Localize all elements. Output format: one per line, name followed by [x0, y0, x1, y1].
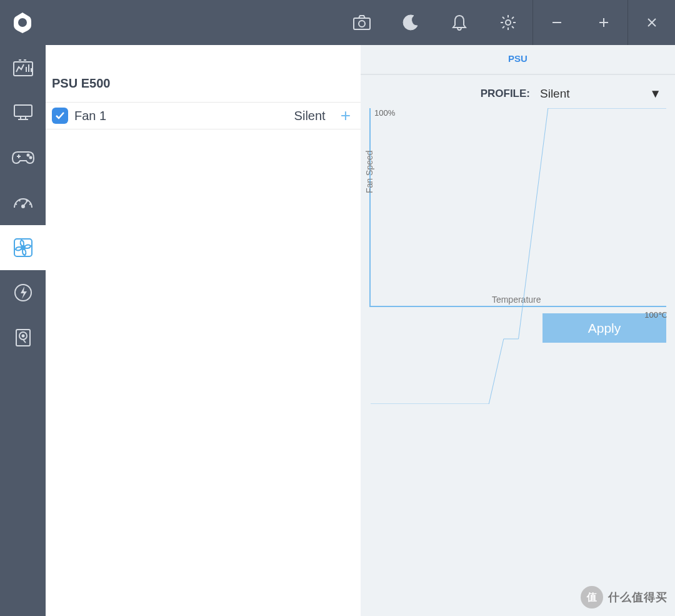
profile-selected: Silent: [540, 87, 570, 101]
window-close-button[interactable]: [628, 0, 675, 45]
settings-gear-icon[interactable]: [484, 0, 532, 45]
screenshot-icon[interactable]: [338, 0, 386, 45]
chevron-down-icon: ▼: [649, 87, 661, 101]
svg-point-0: [18, 18, 27, 27]
titlebar: [0, 0, 675, 45]
fan-row[interactable]: Fan 1 Silent +: [46, 102, 361, 129]
svg-point-2: [359, 21, 365, 27]
fan-curve-line: [371, 108, 666, 404]
bell-icon[interactable]: [435, 0, 484, 45]
window-maximize-button[interactable]: [580, 0, 628, 45]
svg-point-11: [27, 154, 29, 156]
fan-name: Fan 1: [74, 109, 294, 123]
svg-point-3: [506, 20, 511, 25]
sidebar-item-performance[interactable]: [0, 180, 46, 225]
profile-select[interactable]: Silent ▼: [535, 84, 666, 103]
profile-label: PROFILE:: [481, 88, 530, 100]
profile-panel: PSU PROFILE: Silent ▼ 100% Fan Speed Tem…: [361, 45, 675, 616]
watermark-text: 什么值得买: [608, 590, 668, 605]
sidebar-item-gaming[interactable]: [0, 135, 46, 180]
device-list-panel: PSU E500 Fan 1 Silent +: [46, 45, 361, 616]
svg-point-12: [29, 157, 31, 159]
tab-psu[interactable]: PSU: [489, 45, 546, 74]
svg-rect-10: [14, 105, 32, 116]
svg-rect-9: [14, 62, 32, 76]
dark-mode-icon[interactable]: [386, 0, 435, 45]
window-minimize-button[interactable]: [532, 0, 580, 45]
device-title: PSU E500: [46, 76, 361, 102]
fan-curve-chart[interactable]: 100% Fan Speed Temperature 100℃: [369, 108, 666, 307]
app-logo-icon: [0, 10, 45, 35]
tab-row: PSU: [361, 45, 675, 75]
svg-point-13: [22, 205, 24, 208]
fan-checkbox[interactable]: [52, 108, 68, 124]
sidebar-item-fan[interactable]: [0, 225, 46, 270]
add-fan-button[interactable]: +: [337, 106, 354, 126]
sidebar-item-power[interactable]: [0, 270, 46, 315]
fan-mode: Silent: [294, 109, 326, 123]
sidebar: [0, 45, 46, 616]
sidebar-item-display[interactable]: [0, 90, 46, 135]
watermark-badge: 值: [581, 586, 603, 608]
sidebar-item-dashboard[interactable]: [0, 45, 46, 90]
svg-rect-1: [354, 18, 370, 29]
watermark: 值 什么值得买: [581, 586, 668, 608]
svg-point-19: [22, 335, 24, 337]
sidebar-item-storage[interactable]: [0, 315, 46, 360]
